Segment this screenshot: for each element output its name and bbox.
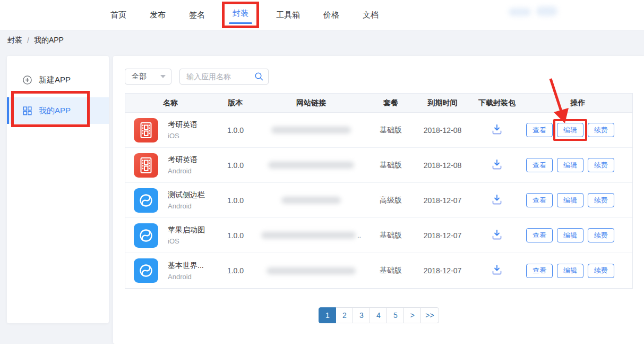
app-expiry-date: 2018-12-07	[415, 196, 470, 205]
app-version: 1.0.0	[216, 266, 255, 275]
edit-button[interactable]: 编辑	[557, 264, 583, 278]
edit-button[interactable]: 编辑	[557, 228, 583, 242]
column-header: 名称	[125, 98, 216, 108]
nav-item-docs[interactable]: 文档	[363, 10, 379, 20]
app-name: 测试侧边栏	[168, 190, 205, 200]
download-icon[interactable]	[490, 228, 504, 244]
nav-item-package[interactable]: 封装	[233, 9, 248, 19]
renew-button[interactable]: 续费	[588, 193, 614, 207]
page-button-5[interactable]: 5	[387, 307, 404, 323]
search-icon[interactable]	[254, 72, 264, 83]
renew-button[interactable]: 续费	[588, 158, 614, 172]
pagination: 1 2 3 4 5 > >>	[125, 307, 633, 323]
page-button-3[interactable]: 3	[353, 307, 370, 323]
blurred-website-link	[271, 127, 351, 133]
plus-circle-icon	[23, 75, 32, 85]
s-logo-icon	[134, 188, 158, 213]
column-header: 下载封装包	[470, 98, 523, 108]
page-button-1[interactable]: 1	[319, 307, 336, 323]
top-nav-bar: 首页 发布 签名 封装 工具箱 价格 文档	[0, 0, 644, 30]
last-page-button[interactable]: >>	[420, 307, 439, 323]
download-icon[interactable]	[490, 192, 504, 208]
breadcrumb-current: 我的APP	[34, 36, 64, 45]
edit-button[interactable]: 编辑	[557, 193, 583, 207]
app-platform: Android	[168, 202, 205, 210]
caret-down-icon	[160, 75, 166, 78]
sidebar-item-my-app[interactable]: 我的APP	[7, 97, 109, 124]
download-icon[interactable]	[490, 263, 504, 279]
nav-item-home[interactable]: 首页	[110, 10, 126, 20]
page-button-4[interactable]: 4	[370, 307, 387, 323]
table-header-row: 名称 版本 网站链接 套餐 到期时间 下载封装包 操作	[125, 94, 632, 113]
renew-button[interactable]: 续费	[588, 264, 614, 278]
app-expiry-date: 2018-12-08	[415, 126, 470, 135]
app-plan: 基础版	[367, 231, 415, 240]
blurred-website-link	[268, 162, 354, 169]
column-header: 版本	[216, 98, 255, 108]
column-header: 网站链接	[255, 98, 367, 108]
film-icon	[134, 153, 158, 178]
breadcrumb-separator: /	[27, 36, 29, 45]
blurred-website-link	[281, 197, 341, 204]
table-row: 基本世界... Android 1.0.0 基础版 2018-12-07 查看 …	[125, 253, 632, 288]
download-icon[interactable]	[490, 157, 504, 173]
annotation-box-edit-button: 编辑	[553, 119, 587, 141]
renew-button[interactable]: 续费	[588, 228, 614, 242]
app-plan: 基础版	[367, 266, 415, 275]
sidebar-item-label: 我的APP	[39, 106, 71, 116]
filter-dropdown[interactable]: 全部	[125, 69, 171, 85]
table-row: 苹果启动图 iOS 1.0.0 .. 基础版 2018-12-07	[125, 218, 632, 253]
view-button[interactable]: 查看	[526, 228, 553, 242]
nav-item-publish[interactable]: 发布	[150, 10, 166, 20]
sidebar-item-new-app[interactable]: 新建APP	[7, 69, 109, 91]
app-version: 1.0.0	[216, 231, 255, 240]
edit-button[interactable]: 编辑	[557, 123, 583, 137]
app-version: 1.0.0	[216, 161, 255, 170]
column-header: 到期时间	[415, 98, 470, 108]
breadcrumb: 封装 / 我的APP	[7, 36, 64, 45]
annotation-box-nav-package: 封装	[222, 2, 259, 28]
view-button[interactable]: 查看	[526, 264, 553, 278]
filter-toolbar: 全部	[125, 69, 269, 85]
s-logo-icon	[134, 258, 158, 283]
view-button[interactable]: 查看	[526, 123, 553, 137]
download-icon[interactable]	[490, 122, 504, 138]
view-button[interactable]: 查看	[526, 193, 553, 207]
app-expiry-date: 2018-12-07	[415, 231, 470, 240]
table-row: 考研英语 Android 1.0.0 基础版 2018-12-08 查看 编辑 …	[125, 148, 632, 183]
app-platform: iOS	[168, 132, 198, 140]
app-name: 考研英语	[168, 155, 198, 165]
film-icon	[134, 118, 158, 142]
app-plan: 基础版	[367, 161, 415, 170]
app-plan: 高级版	[367, 196, 415, 205]
app-version: 1.0.0	[216, 126, 255, 135]
nav-item-price[interactable]: 价格	[323, 10, 339, 20]
edit-button[interactable]: 编辑	[557, 158, 583, 172]
sidebar-item-label: 新建APP	[39, 75, 71, 85]
app-name: 考研英语	[168, 120, 198, 130]
sidebar: 新建APP 我的APP	[7, 56, 109, 323]
search-box	[179, 69, 269, 85]
app-platform: iOS	[168, 237, 205, 245]
page-button-2[interactable]: 2	[336, 307, 353, 323]
app-platform: Android	[168, 273, 204, 281]
table-row: 测试侧边栏 Android 1.0.0 高级版 2018-12-07 查看 编辑…	[125, 183, 632, 218]
blurred-website-link	[267, 267, 356, 274]
nav-item-signature[interactable]: 签名	[189, 10, 205, 20]
renew-button[interactable]: 续费	[588, 123, 614, 137]
next-page-button[interactable]: >	[403, 307, 421, 323]
view-button[interactable]: 查看	[526, 158, 553, 172]
filter-dropdown-value: 全部	[132, 72, 147, 81]
main-panel: 全部 名称 版本 网站链接 套餐 到期时间 下载封装包 操作	[113, 56, 644, 344]
main-nav: 首页 发布 签名 封装 工具箱 价格 文档	[0, 2, 379, 28]
app-platform: Android	[168, 167, 198, 175]
app-expiry-date: 2018-12-08	[415, 161, 470, 170]
nav-item-toolbox[interactable]: 工具箱	[276, 10, 300, 20]
breadcrumb-section[interactable]: 封装	[7, 36, 22, 45]
app-expiry-date: 2018-12-07	[415, 266, 470, 275]
table-row: 考研英语 iOS 1.0.0 基础版 2018-12-08 查看 编辑	[125, 113, 632, 148]
app-name: 苹果启动图	[168, 225, 205, 235]
link-suffix: ..	[357, 231, 361, 239]
blurred-user-info	[509, 8, 531, 16]
app-name: 基本世界...	[168, 261, 204, 271]
